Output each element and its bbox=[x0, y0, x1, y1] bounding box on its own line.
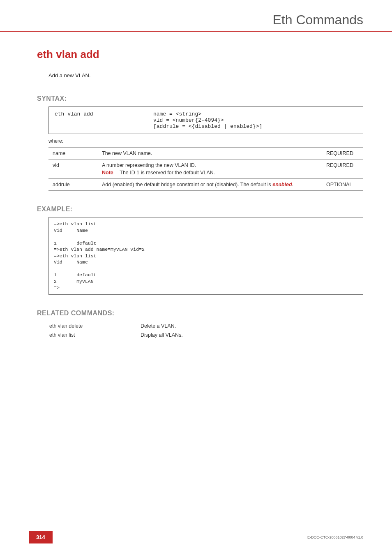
page-header: Eth Commands bbox=[0, 0, 392, 32]
related-desc: Delete a VLAN. bbox=[141, 322, 183, 330]
table-row: eth vlan list Display all VLANs. bbox=[49, 331, 183, 339]
where-label: where: bbox=[48, 138, 363, 144]
table-row: vid A number representing the new VLAN I… bbox=[48, 160, 363, 179]
table-row: addrule Add (enabled) the default bridge… bbox=[48, 179, 363, 191]
command-title: eth vlan add bbox=[37, 48, 363, 61]
table-row: eth vlan delete Delete a VLAN. bbox=[49, 322, 183, 330]
param-desc-pre: Add (enabled) the default bridge constra… bbox=[102, 182, 272, 187]
page-footer: 314 E-DOC-CTC-20061027-0004 v1.0 bbox=[0, 531, 392, 543]
table-row: name The new VLAN name. REQUIRED bbox=[48, 148, 363, 160]
command-description: Add a new VLAN. bbox=[48, 72, 363, 79]
syntax-heading: SYNTAX: bbox=[37, 95, 363, 102]
param-desc: A number representing the new VLAN ID. N… bbox=[98, 160, 322, 179]
param-note-row: Note The ID 1 is reserved for the defaul… bbox=[102, 170, 318, 176]
related-cmd: eth vlan list bbox=[49, 331, 140, 339]
param-note-text: The ID 1 is reserved for the default VLA… bbox=[120, 170, 215, 176]
example-box: =>eth vlan list Vid Name --- ---- 1 defa… bbox=[48, 217, 363, 295]
syntax-box: eth vlan add name = <string> vid = <numb… bbox=[48, 106, 363, 134]
document-id: E-DOC-CTC-20061027-0004 v1.0 bbox=[307, 535, 363, 539]
param-desc-text: A number representing the new VLAN ID. bbox=[102, 162, 196, 168]
param-req: REQUIRED bbox=[322, 160, 363, 179]
header-title: Eth Commands bbox=[272, 12, 363, 28]
param-name: addrule bbox=[48, 179, 98, 191]
param-desc: The new VLAN name. bbox=[98, 148, 322, 160]
related-table: eth vlan delete Delete a VLAN. eth vlan … bbox=[48, 321, 184, 340]
related-desc: Display all VLANs. bbox=[141, 331, 183, 339]
param-req: OPTIONAL bbox=[322, 179, 363, 191]
example-heading: EXAMPLE: bbox=[37, 206, 363, 213]
param-name: name bbox=[48, 148, 98, 160]
params-table: name The new VLAN name. REQUIRED vid A n… bbox=[48, 147, 363, 191]
param-desc-post: . bbox=[292, 182, 293, 187]
content-area: eth vlan add Add a new VLAN. SYNTAX: eth… bbox=[0, 32, 392, 340]
syntax-args: name = <string> vid = <number{2-4094}> [… bbox=[153, 111, 262, 130]
param-req: REQUIRED bbox=[322, 148, 363, 160]
page-number-badge: 314 bbox=[29, 531, 53, 543]
param-name: vid bbox=[48, 160, 98, 179]
param-desc-emph: enabled bbox=[272, 182, 292, 187]
related-cmd: eth vlan delete bbox=[49, 322, 140, 330]
note-label: Note bbox=[102, 170, 118, 176]
syntax-command: eth vlan add bbox=[55, 111, 153, 130]
related-heading: RELATED COMMANDS: bbox=[37, 310, 363, 317]
param-desc: Add (enabled) the default bridge constra… bbox=[98, 179, 322, 191]
